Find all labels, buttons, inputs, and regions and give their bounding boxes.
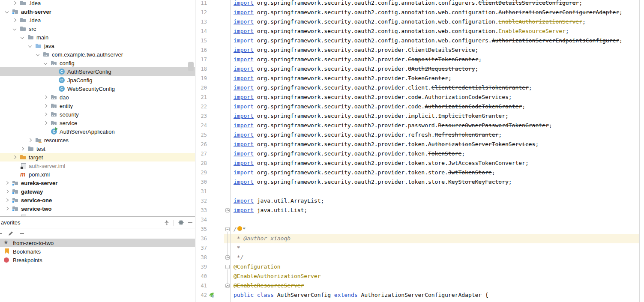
- line-number[interactable]: 16: [196, 45, 207, 55]
- fold-connector-line: [228, 232, 228, 255]
- line-number[interactable]: 39: [196, 262, 207, 272]
- tree-row-WebSecurityConfig[interactable]: CWebSecurityConfig: [0, 84, 195, 93]
- tree-row-AuthServerConfig[interactable]: CAuthServerConfig: [0, 67, 195, 76]
- favorites-item-Bookmarks[interactable]: Bookmarks: [0, 247, 195, 256]
- line-number[interactable]: 40: [196, 272, 207, 281]
- tree-row-auth-server.iml[interactable]: auth-server.iml: [0, 161, 195, 170]
- line-number[interactable]: 28: [196, 158, 207, 168]
- line-number[interactable]: 30: [196, 177, 207, 187]
- line-number[interactable]: 26: [196, 140, 207, 149]
- chevron-expanded-icon[interactable]: [34, 51, 41, 58]
- tree-row-auth-server[interactable]: auth-server: [0, 7, 195, 16]
- chevron-expanded-icon[interactable]: [11, 25, 18, 32]
- tree-row-service-two[interactable]: service-two: [0, 204, 195, 213]
- fold-marker-start-icon[interactable]: −: [225, 227, 230, 231]
- tree-row-.idea[interactable]: .idea: [0, 16, 195, 24]
- tree-row-java[interactable]: java: [0, 42, 195, 50]
- line-number[interactable]: 32: [196, 196, 207, 206]
- chevron-collapsed-icon[interactable]: [11, 0, 18, 6]
- line-number[interactable]: 18: [196, 64, 207, 74]
- line-number[interactable]: 12: [196, 8, 207, 17]
- chevron-expanded-icon[interactable]: [19, 34, 26, 41]
- chevron-collapsed-icon[interactable]: [42, 102, 49, 109]
- line-number[interactable]: 19: [196, 74, 207, 83]
- tree-row-pom.xml[interactable]: mpom.xml: [0, 170, 195, 179]
- line-number[interactable]: 24: [196, 121, 207, 130]
- code-editor[interactable]: 11import org.springframework.security.oa…: [196, 0, 644, 302]
- project-scrollbar-thumb[interactable]: [188, 62, 194, 71]
- line-number[interactable]: 14: [196, 27, 207, 36]
- tree-label: entity: [60, 103, 73, 109]
- chevron-expanded-icon[interactable]: [27, 42, 33, 49]
- favorites-item-from-zero-to-two[interactable]: ★from-zero-to-two: [0, 239, 195, 247]
- chevron-collapsed-icon[interactable]: [27, 137, 33, 144]
- chevron-collapsed-icon[interactable]: [11, 17, 18, 24]
- line-number[interactable]: 33: [196, 206, 207, 215]
- hide-panel-icon[interactable]: [188, 222, 192, 223]
- line-number[interactable]: 17: [196, 55, 207, 64]
- fold-marker-end-icon[interactable]: [225, 255, 230, 260]
- line-number[interactable]: 11: [196, 0, 207, 8]
- chevron-expanded-icon[interactable]: [3, 8, 10, 15]
- tree-row-src[interactable]: src: [0, 24, 195, 33]
- chevron-collapsed-icon[interactable]: [42, 94, 49, 101]
- line-number[interactable]: 31: [196, 187, 207, 196]
- tree-row-target[interactable]: target: [0, 153, 195, 161]
- tree-row-partial[interactable]: [0, 213, 195, 216]
- project-tree: .ideaauth-server.ideasrcmainjavacom.exam…: [0, 0, 195, 216]
- remove-favorite-icon[interactable]: [20, 233, 24, 234]
- line-number[interactable]: 20: [196, 83, 207, 93]
- editor-scrollbar[interactable]: [639, 0, 644, 302]
- chevron-collapsed-icon[interactable]: [11, 154, 18, 161]
- tree-row-JpaConfig[interactable]: CJpaConfig: [0, 76, 195, 84]
- line-number[interactable]: 25: [196, 130, 207, 140]
- line-number[interactable]: 42: [196, 290, 207, 300]
- line-number[interactable]: 15: [196, 36, 207, 45]
- chevron-collapsed-icon[interactable]: [42, 111, 49, 118]
- line-number[interactable]: 22: [196, 102, 207, 111]
- tree-label: service-one: [21, 197, 52, 203]
- edit-pencil-icon[interactable]: [8, 230, 14, 236]
- fold-marker-end-icon[interactable]: [225, 208, 230, 212]
- tree-row-entity[interactable]: entity: [0, 102, 195, 110]
- tree-row-resources[interactable]: resources: [0, 136, 195, 144]
- chevron-collapsed-icon[interactable]: [3, 188, 10, 195]
- tree-row-service[interactable]: service: [0, 119, 195, 127]
- line-number[interactable]: 41: [196, 281, 207, 290]
- tree-row-test[interactable]: test: [0, 144, 195, 153]
- tree-row-main[interactable]: main: [0, 33, 195, 42]
- intention-bulb-icon[interactable]: [237, 226, 242, 232]
- line-number[interactable]: 35: [196, 224, 207, 234]
- fold-marker-start-icon[interactable]: −: [225, 265, 230, 269]
- line-number[interactable]: 23: [196, 111, 207, 121]
- line-number[interactable]: 37: [196, 243, 207, 253]
- tree-row-dao[interactable]: dao: [0, 93, 195, 102]
- fold-marker-end-icon[interactable]: [225, 284, 230, 288]
- tree-row-service-one[interactable]: service-one: [0, 196, 195, 204]
- tree-row-security[interactable]: security: [0, 110, 195, 119]
- chevron-expanded-icon[interactable]: [42, 60, 49, 66]
- chevron-collapsed-icon[interactable]: [19, 145, 26, 152]
- line-number[interactable]: 34: [196, 215, 207, 224]
- line-number[interactable]: 13: [196, 17, 207, 27]
- tree-row-AuthServerApplication[interactable]: CAuthServerApplication: [0, 127, 195, 136]
- partial-toolbar-icon[interactable]: [0, 233, 2, 234]
- tree-row-.idea[interactable]: .idea: [0, 0, 195, 7]
- tree-row-gateway[interactable]: gateway: [0, 187, 195, 196]
- tree-row-com.example.two.authserver[interactable]: com.example.two.authserver: [0, 50, 195, 59]
- spring-bean-gutter-icon[interactable]: [208, 292, 215, 299]
- line-number[interactable]: 36: [196, 234, 207, 243]
- chevron-collapsed-icon[interactable]: [3, 205, 10, 212]
- collapse-all-icon[interactable]: [164, 220, 170, 226]
- line-number[interactable]: 29: [196, 168, 207, 177]
- chevron-collapsed-icon[interactable]: [42, 120, 49, 126]
- tree-row-eureka-server[interactable]: eureka-server: [0, 179, 195, 187]
- favorites-item-Breakpoints[interactable]: Breakpoints: [0, 256, 195, 264]
- line-number[interactable]: 27: [196, 149, 207, 158]
- chevron-collapsed-icon[interactable]: [3, 179, 10, 186]
- tree-row-config[interactable]: config: [0, 59, 195, 67]
- line-number[interactable]: 38: [196, 253, 207, 262]
- gear-icon[interactable]: [178, 219, 184, 226]
- line-number[interactable]: 21: [196, 93, 207, 102]
- chevron-collapsed-icon[interactable]: [3, 197, 10, 203]
